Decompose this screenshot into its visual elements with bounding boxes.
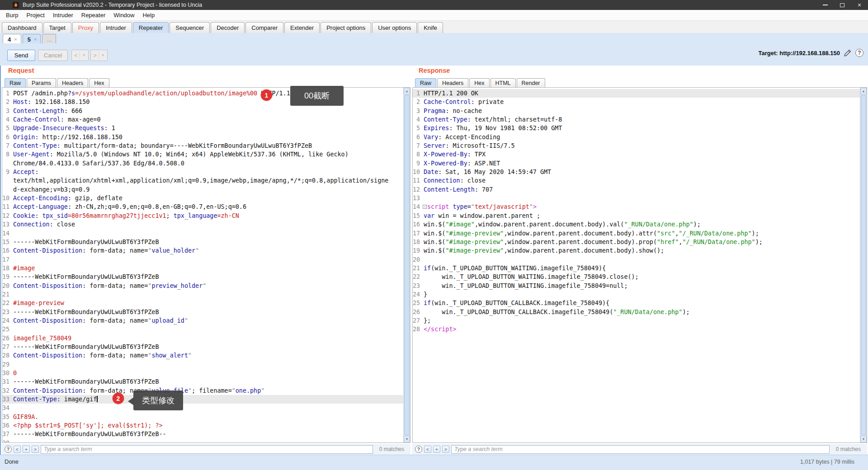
menu-intruder[interactable]: Intruder <box>49 10 77 20</box>
editor-line[interactable]: 20 <box>413 255 860 264</box>
editor-line[interactable]: 17 <box>2 255 403 264</box>
search-add-button[interactable]: + <box>23 446 30 453</box>
tab-comparer[interactable]: Comparer <box>245 22 283 33</box>
close-button[interactable]: × <box>851 0 868 10</box>
editor-line[interactable]: d-exchange;v=b3;q=0.9 <box>2 185 403 194</box>
repeater-tab-4[interactable]: 4× <box>3 34 21 43</box>
editor-line[interactable]: 13 <box>413 194 860 202</box>
editor-line[interactable]: 12Cookie: tpx_sid=80r56mamrnrghag27tjjec… <box>2 212 403 220</box>
edit-target-pencil-icon[interactable] <box>844 49 852 57</box>
response-search-input[interactable] <box>451 445 830 454</box>
history-forward-button[interactable]: > ▼ <box>90 50 108 61</box>
editor-line[interactable]: 27}; <box>413 316 860 325</box>
editor-line[interactable]: 300 <box>2 369 403 377</box>
history-back-button[interactable]: < ▼ <box>71 50 89 61</box>
editor-line[interactable]: 5Upgrade-Insecure-Requests: 1 <box>2 124 403 132</box>
cancel-button[interactable]: Cancel <box>38 50 68 61</box>
editor-line[interactable]: 25if(win._T_UPLOAD_BUTTON_CALLBACK.image… <box>413 299 860 307</box>
editor-line[interactable]: 16Content-Disposition: form-data; name="… <box>2 246 403 255</box>
editor-line[interactable]: 22#image-preview <box>2 299 403 307</box>
editor-line[interactable]: 21 <box>2 290 403 299</box>
editor-line[interactable]: 5Expires: Thu, 19 Nov 1981 08:52:00 GMT <box>413 124 860 132</box>
editor-line[interactable]: 19win.$("#image-preview",window.parent.p… <box>413 246 860 255</box>
editor-line[interactable]: 8User-Agent: Mozilla/5.0 (Windows NT 10.… <box>2 150 403 159</box>
editor-line[interactable]: 27------WebKitFormBoundaryUwULwuBT6Y3fPZ… <box>2 343 403 351</box>
menu-repeater[interactable]: Repeater <box>77 10 109 20</box>
tab-dashboard[interactable]: Dashboard <box>2 22 42 33</box>
editor-line[interactable]: 9X-Powered-By: ASP.NET <box>413 159 860 168</box>
editor-line[interactable]: 25 <box>2 325 403 334</box>
response-editor[interactable]: 1HTTP/1.1 200 OK2Cache-Control: private3… <box>412 87 867 443</box>
scrollbar-thumb[interactable] <box>404 95 410 435</box>
search-add-button[interactable]: + <box>433 446 440 453</box>
tab-project-options[interactable]: Project options <box>321 22 371 33</box>
response-tab-render[interactable]: Render <box>517 78 545 88</box>
editor-line[interactable]: 24} <box>413 290 860 299</box>
editor-line[interactable]: 22 win._T_UPLOAD_BUTTON_WAITING.imagefil… <box>413 273 860 281</box>
editor-line[interactable]: 18win.$("#image-preview",window.parent.p… <box>413 238 860 246</box>
editor-line[interactable]: 4Cache-Control: max-age=0 <box>2 115 403 124</box>
editor-line[interactable]: 14-<script type="text/javascript"> <box>413 202 860 211</box>
editor-line[interactable]: 29 <box>2 360 403 369</box>
help-icon[interactable]: ? <box>855 49 863 57</box>
tab-knife[interactable]: Knife <box>418 22 443 33</box>
chevron-down-icon[interactable]: ▼ <box>80 52 86 59</box>
editor-line[interactable]: 7Server: Microsoft-IIS/7.5 <box>413 141 860 150</box>
editor-line[interactable]: 20Content-Disposition: form-data; name="… <box>2 282 403 290</box>
editor-line[interactable]: 14 <box>2 229 403 238</box>
tab-user-options[interactable]: User options <box>372 22 417 33</box>
editor-line[interactable]: 33Content-Type: image/gif <box>2 395 403 404</box>
scrollbar-thumb[interactable] <box>861 95 866 435</box>
search-help-icon[interactable]: ? <box>5 446 12 453</box>
editor-line[interactable]: 3Pragma: no-cache <box>413 107 860 115</box>
chevron-down-icon[interactable]: ▼ <box>99 52 105 59</box>
editor-line[interactable]: 24Content-Disposition: form-data; name="… <box>2 316 403 325</box>
search-next-button[interactable]: > <box>32 446 39 453</box>
editor-line[interactable]: 3Content-Length: 666 <box>2 107 403 115</box>
search-help-icon[interactable]: ? <box>415 446 422 453</box>
editor-line[interactable]: 11Connection: close <box>413 176 860 185</box>
tab-decoder[interactable]: Decoder <box>211 22 245 33</box>
menu-window[interactable]: Window <box>109 10 138 20</box>
search-prev-button[interactable]: < <box>14 446 21 453</box>
restore-button[interactable] <box>834 0 851 10</box>
menu-burp[interactable]: Burp <box>2 10 22 20</box>
send-button[interactable]: Send <box>7 50 35 61</box>
repeater-more-tab[interactable]: ... <box>42 34 56 43</box>
editor-line[interactable]: 11Accept-Language: zh-CN,zh;q=0.9,en;q=0… <box>2 202 403 211</box>
editor-line[interactable]: 12Content-Length: 707 <box>413 185 860 194</box>
editor-line[interactable]: 35GIF89A. <box>2 413 403 421</box>
editor-line[interactable]: 10Date: Sat, 16 May 2020 14:59:47 GMT <box>413 168 860 176</box>
response-tab-hex[interactable]: Hex <box>469 78 489 88</box>
editor-line[interactable]: 9Accept: <box>2 168 403 176</box>
repeater-tab-5[interactable]: 5× <box>23 34 41 43</box>
request-tab-headers[interactable]: Headers <box>57 78 88 88</box>
editor-line[interactable]: 6Vary: Accept-Encoding <box>413 133 860 141</box>
editor-line[interactable]: 26imagefile_758049 <box>2 334 403 343</box>
editor-line[interactable]: 37------WebKitFormBoundaryUwULwuBT6Y3fPZ… <box>2 430 403 438</box>
editor-line[interactable]: 7Content-Type: multipart/form-data; boun… <box>2 141 403 150</box>
editor-line[interactable]: 19------WebKitFormBoundaryUwULwuBT6Y3fPZ… <box>2 273 403 281</box>
editor-line[interactable]: 1HTTP/1.1 200 OK <box>413 89 860 98</box>
menu-help[interactable]: Help <box>138 10 159 20</box>
scroll-down-icon[interactable]: ▼ <box>404 436 410 442</box>
request-scrollbar[interactable]: ▲ ▼ <box>403 88 410 442</box>
response-scrollbar[interactable]: ▲ ▼ <box>860 88 867 442</box>
menu-project[interactable]: Project <box>22 10 48 20</box>
editor-line[interactable]: 8X-Powered-By: TPX <box>413 150 860 159</box>
scroll-up-icon[interactable]: ▲ <box>860 88 867 94</box>
tab-target[interactable]: Target <box>43 22 71 33</box>
editor-line[interactable]: 10Accept-Encoding: gzip, deflate <box>2 194 403 202</box>
scroll-down-icon[interactable]: ▼ <box>860 436 867 442</box>
editor-line[interactable]: 31------WebKitFormBoundaryUwULwuBT6Y3fPZ… <box>2 377 403 386</box>
editor-line[interactable]: 18#image <box>2 264 403 273</box>
editor-line[interactable]: 4Content-Type: text/html; charset=utf-8 <box>413 115 860 124</box>
fold-toggle-icon[interactable]: - <box>423 205 427 209</box>
response-tab-html[interactable]: HTML <box>491 78 516 88</box>
editor-line[interactable]: 13Connection: close <box>2 220 403 229</box>
tab-intruder[interactable]: Intruder <box>100 22 132 33</box>
close-tab-icon[interactable]: × <box>14 37 17 42</box>
editor-line[interactable]: 15------WebKitFormBoundaryUwULwuBT6Y3fPZ… <box>2 238 403 246</box>
editor-line[interactable]: 38 <box>2 439 403 442</box>
editor-line[interactable]: 34 <box>2 404 403 412</box>
